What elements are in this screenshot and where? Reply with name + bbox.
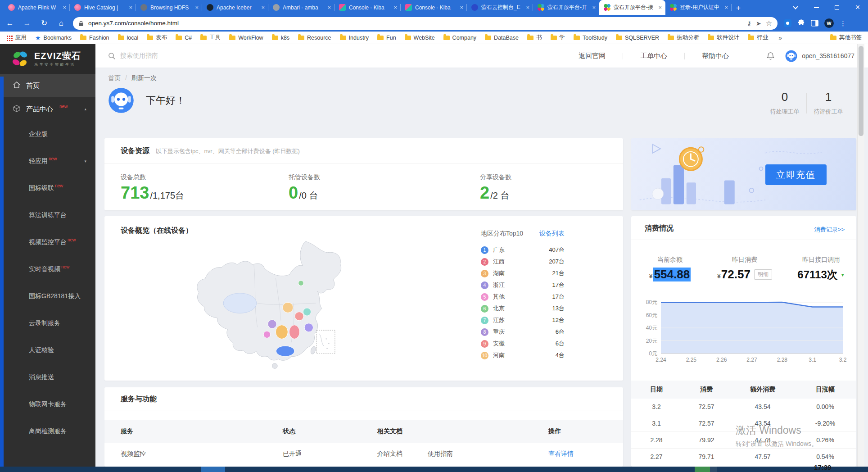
bookmark-folder[interactable]: 软件设计 bbox=[708, 34, 739, 41]
dropdown-arrow-icon[interactable]: ▼ bbox=[841, 272, 845, 277]
review-workorders[interactable]: 1 待评价工单 bbox=[807, 90, 850, 116]
collapse-arrow-icon[interactable]: ▴ bbox=[84, 107, 86, 111]
share-icon[interactable]: ➤ bbox=[756, 20, 761, 27]
bookmark-folder[interactable]: local bbox=[118, 35, 139, 41]
tab-ezviz-open-1[interactable]: 萤石开放平台-开× bbox=[533, 0, 599, 15]
tab-close-icon[interactable]: × bbox=[129, 4, 132, 11]
bookmark-folder[interactable]: Resource bbox=[298, 35, 331, 41]
tab-ezviz-console[interactable]: 萤石云控制台_E× bbox=[467, 0, 533, 15]
bookmarks-overflow-icon[interactable]: » bbox=[778, 34, 782, 41]
bookmark-folder[interactable]: 书 bbox=[527, 34, 542, 41]
username[interactable]: open_3581616077 bbox=[802, 52, 854, 59]
breadcrumb-home[interactable]: 首页 bbox=[108, 74, 121, 82]
page-scrollbar[interactable] bbox=[857, 44, 864, 467]
china-map[interactable] bbox=[185, 238, 375, 375]
sidebar-submenu-item[interactable]: 云录制服务 bbox=[0, 310, 95, 337]
intro-doc-link[interactable]: 介绍文档 bbox=[377, 450, 402, 458]
consumption-records-link[interactable]: 消费记录>> bbox=[814, 226, 845, 234]
tab-ambari[interactable]: Ambari - amba× bbox=[268, 0, 335, 15]
detail-button[interactable]: 明细 bbox=[754, 269, 772, 280]
bookmark-folder[interactable]: WebSite bbox=[405, 35, 435, 41]
sidebar-submenu-item[interactable]: 离岗检测服务 bbox=[0, 418, 95, 445]
bookmark-folder[interactable]: Company bbox=[443, 35, 477, 41]
search-input[interactable]: 搜索使用指南 bbox=[108, 52, 297, 60]
close-button[interactable]: × bbox=[847, 0, 868, 15]
tab-close-icon[interactable]: × bbox=[261, 4, 265, 11]
sidebar-submenu-item[interactable]: 人证核验 bbox=[0, 337, 95, 364]
bookmark-folder[interactable]: 行业 bbox=[748, 34, 768, 41]
key-icon[interactable]: ⚷ bbox=[747, 20, 751, 27]
tab-close-icon[interactable]: × bbox=[327, 4, 331, 11]
bookmark-folder[interactable]: C# bbox=[176, 35, 192, 41]
back-icon[interactable]: ← bbox=[5, 19, 15, 28]
user-guide-link[interactable]: 使用指南 bbox=[428, 450, 453, 458]
sidebar-submenu-item[interactable]: 国标级联 new bbox=[0, 175, 95, 202]
sidebar-submenu-item[interactable]: 企业版 bbox=[0, 121, 95, 148]
tab-console-kibana-1[interactable]: Console - Kiba× bbox=[335, 0, 401, 15]
browser-menu-icon[interactable]: ⋮ bbox=[840, 19, 846, 27]
bookmark-folder[interactable]: WorkFlow bbox=[229, 35, 263, 41]
recharge-button[interactable]: 立即充值 bbox=[765, 164, 827, 185]
profile-avatar[interactable]: W bbox=[824, 18, 834, 28]
ezviz-logo[interactable]: EZVIZ萤石 乐享安全智能生活 bbox=[0, 44, 95, 74]
tab-browsing-hdfs[interactable]: Browsing HDFS× bbox=[136, 0, 202, 15]
scrollbar-thumb[interactable] bbox=[859, 46, 863, 136]
other-bookmarks[interactable]: 其他书签 bbox=[830, 34, 862, 41]
sidebar-submenu-item[interactable]: 实时音视频 new bbox=[0, 256, 95, 283]
sidebar-submenu-item[interactable]: 轻应用 new ▾ bbox=[0, 148, 95, 175]
bookmark-folder[interactable]: 振动分析 bbox=[668, 34, 699, 41]
bookmark-folder[interactable]: Industry bbox=[340, 35, 369, 41]
bookmark-folder[interactable]: Fun bbox=[377, 35, 396, 41]
apps-shortcut[interactable]: 应用 bbox=[6, 34, 27, 41]
bookmarks-folder[interactable]: ★Bookmarks bbox=[35, 34, 72, 41]
bell-icon[interactable] bbox=[767, 52, 774, 60]
bookmark-folder[interactable]: 工具 bbox=[200, 34, 221, 41]
sidebar-item-home[interactable]: 首页 bbox=[0, 74, 95, 97]
view-details-link[interactable]: 查看详情 bbox=[548, 450, 623, 458]
side-panel-icon[interactable] bbox=[811, 20, 818, 27]
bookmark-folder[interactable]: k8s bbox=[272, 35, 289, 41]
new-tab-button[interactable]: + bbox=[732, 1, 745, 15]
home-icon[interactable]: ⌂ bbox=[56, 19, 67, 28]
puzzle-icon[interactable] bbox=[797, 19, 805, 27]
maximize-button[interactable] bbox=[827, 0, 847, 15]
tab-close-icon[interactable]: × bbox=[526, 4, 529, 11]
taskbar[interactable]: 17:39 bbox=[0, 467, 868, 472]
link-official-site[interactable]: 返回官网 bbox=[561, 52, 623, 60]
sidebar-submenu-item[interactable]: 物联网卡服务 bbox=[0, 391, 95, 418]
bookmark-star-icon[interactable]: ☆ bbox=[766, 19, 772, 27]
tab-ezviz-login[interactable]: 登录-用户认证中× bbox=[665, 0, 732, 15]
tab-close-icon[interactable]: × bbox=[460, 4, 463, 11]
reload-icon[interactable]: ↻ bbox=[39, 18, 50, 28]
bookmark-folder[interactable]: SQLSERVER bbox=[616, 35, 659, 41]
sidebar-submenu-item[interactable]: 国标GB28181接入 bbox=[0, 283, 95, 310]
sidebar-item-product-center[interactable]: 产品中心 new ▴ bbox=[0, 97, 95, 121]
bookmark-folder[interactable]: DataBase bbox=[485, 35, 519, 41]
link-ticket-center[interactable]: 工单中心 bbox=[623, 52, 684, 60]
tab-close-icon[interactable]: × bbox=[658, 4, 662, 11]
device-list-link[interactable]: 设备列表 bbox=[539, 230, 565, 238]
bookmark-folder[interactable]: ToolStudy bbox=[574, 35, 607, 41]
tab-search-icon[interactable] bbox=[785, 0, 806, 15]
tab-close-icon[interactable]: × bbox=[63, 4, 66, 11]
tab-close-icon[interactable]: × bbox=[592, 4, 596, 11]
tab-console-kibana-2[interactable]: Console - Kiba× bbox=[401, 0, 467, 15]
pending-workorders[interactable]: 0 待处理工单 bbox=[763, 90, 806, 116]
minimize-button[interactable] bbox=[806, 0, 827, 15]
tab-close-icon[interactable]: × bbox=[724, 4, 728, 11]
tab-ezviz-open-active[interactable]: 萤石开放平台-接× bbox=[599, 0, 665, 15]
link-help-center[interactable]: 帮助中心 bbox=[685, 52, 746, 60]
bookmark-folder[interactable]: 学 bbox=[551, 34, 565, 41]
tab-apache-flink[interactable]: Apache Flink W× bbox=[4, 0, 70, 15]
sidebar-submenu-item[interactable]: 消息推送 bbox=[0, 364, 95, 391]
extension-icon[interactable] bbox=[784, 19, 791, 27]
tab-close-icon[interactable]: × bbox=[195, 4, 199, 11]
tab-hive-catalog[interactable]: Hive Catalog |× bbox=[70, 0, 136, 15]
tab-apache-iceberg[interactable]: Apache Iceber× bbox=[202, 0, 268, 15]
bookmark-folder[interactable]: Fashion bbox=[80, 35, 109, 41]
sidebar-submenu-item[interactable]: 算法训练平台 bbox=[0, 202, 95, 229]
tab-close-icon[interactable]: × bbox=[393, 4, 397, 11]
forward-icon[interactable]: → bbox=[22, 19, 32, 28]
sidebar-submenu-item[interactable]: 视频监控平台 new bbox=[0, 229, 95, 256]
user-avatar[interactable] bbox=[785, 50, 797, 62]
